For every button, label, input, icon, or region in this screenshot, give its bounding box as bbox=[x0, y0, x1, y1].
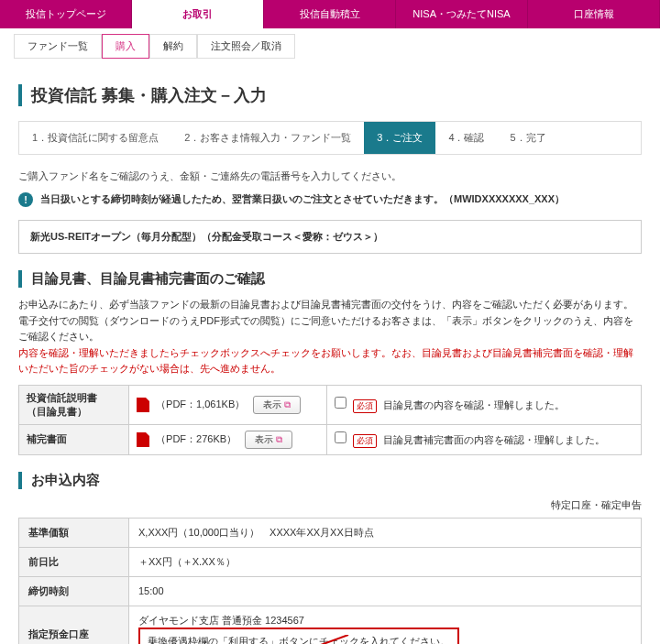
docs-table: 投資信託説明書 （目論見書） （PDF：1,061KB） 表示⧉ 必須 目論見書… bbox=[18, 385, 642, 455]
notice-banner: ! 当日扱いとする締切時刻が経過したため、翌営業日扱いのご注文とさせていただきま… bbox=[18, 192, 642, 207]
required-badge: 必須 bbox=[353, 399, 377, 413]
nav-trade[interactable]: お取引 bbox=[132, 0, 264, 28]
subnav-sell[interactable]: 解約 bbox=[149, 34, 197, 59]
step-1: 1．投資信託に関する留意点 bbox=[19, 122, 171, 154]
top-nav: 投信トップページ お取引 投信自動積立 NISA・つみたてNISA 口座情報 bbox=[0, 0, 660, 28]
step-3: 3．ご注文 bbox=[364, 122, 435, 154]
row-value: 15:00 bbox=[129, 576, 642, 606]
subnav-list[interactable]: ファンド一覧 bbox=[14, 34, 102, 59]
fund-name-box: 新光US-REITオープン（毎月分配型）（分配金受取コース＜愛称：ゼウス＞） bbox=[18, 220, 642, 254]
lead-text: ご購入ファンド名をご確認のうえ、金額・ご連絡先の電話番号を入力してください。 bbox=[18, 169, 642, 183]
pdf-icon bbox=[137, 398, 149, 412]
row-value: ＋XX円（＋X.XX％） bbox=[129, 547, 642, 576]
docs-section-title: 目論見書、目論見書補完書面のご確認 bbox=[18, 270, 642, 288]
nav-auto[interactable]: 投信自動積立 bbox=[264, 0, 396, 28]
row-value: X,XXX円（10,000口当り） XXXX年XX月XX日時点 bbox=[129, 518, 642, 547]
apply-section-title: お申込内容 bbox=[18, 472, 642, 489]
nav-top[interactable]: 投信トップページ bbox=[0, 0, 132, 28]
row-value: ダイヤモンド支店 普通預金 1234567 乗換優遇枠欄の「利用する」ボタンにチ… bbox=[129, 606, 642, 644]
callout-box: 乗換優遇枠欄の「利用する」ボタンにチェックを入れてください。 bbox=[138, 628, 459, 644]
step-indicator: 1．投資信託に関する留意点 2．お客さま情報入力・ファンド一覧 3．ご注文 4．… bbox=[18, 121, 642, 155]
account-type-note: 特定口座・確定申告 bbox=[18, 498, 642, 512]
step-4: 4．確認 bbox=[435, 122, 497, 154]
doc-row-label: 補完書面 bbox=[19, 424, 129, 454]
docs-desc: お申込みにあたり、必ず当該ファンドの最新の目論見書および目論見書補完書面の交付を… bbox=[18, 297, 642, 377]
page-title: 投資信託 募集・購入注文－入力 bbox=[18, 84, 642, 106]
show-button[interactable]: 表示⧉ bbox=[245, 431, 292, 449]
external-icon: ⧉ bbox=[276, 434, 282, 444]
step-2: 2．お客さま情報入力・ファンド一覧 bbox=[171, 122, 364, 154]
confirm-checkbox[interactable] bbox=[335, 431, 346, 443]
nav-account[interactable]: 口座情報 bbox=[528, 0, 660, 28]
row-label: 前日比 bbox=[19, 547, 129, 576]
confirm-checkbox[interactable] bbox=[335, 397, 346, 409]
doc-row-label: 投資信託説明書 （目論見書） bbox=[19, 385, 129, 424]
notice-text: 当日扱いとする締切時刻が経過したため、翌営業日扱いのご注文とさせていただきます。… bbox=[40, 192, 565, 206]
step-5: 5．完了 bbox=[498, 122, 559, 154]
doc-row-confirm: 必須 目論見書補完書面の内容を確認・理解しました。 bbox=[326, 424, 641, 454]
doc-row-file: （PDF：276KB） 表示⧉ bbox=[129, 424, 327, 454]
row-label: 基準価額 bbox=[19, 518, 129, 547]
nav-nisa[interactable]: NISA・つみたてNISA bbox=[396, 0, 528, 28]
row-label: 指定預金口座 bbox=[19, 606, 129, 644]
subnav-orders[interactable]: 注文照会／取消 bbox=[197, 34, 295, 59]
pdf-icon bbox=[137, 432, 149, 447]
sub-nav: ファンド一覧 購入 解約 注文照会／取消 bbox=[0, 28, 660, 64]
show-button[interactable]: 表示⧉ bbox=[253, 396, 301, 414]
apply-table: 基準価額 X,XXX円（10,000口当り） XXXX年XX月XX日時点 前日比… bbox=[18, 518, 642, 644]
required-badge: 必須 bbox=[353, 434, 377, 448]
external-icon: ⧉ bbox=[284, 399, 291, 409]
doc-row-confirm: 必須 目論見書の内容を確認・理解しました。 bbox=[326, 385, 641, 424]
doc-row-file: （PDF：1,061KB） 表示⧉ bbox=[129, 385, 327, 424]
row-label: 締切時刻 bbox=[19, 576, 129, 606]
info-icon: ! bbox=[18, 192, 33, 207]
subnav-buy[interactable]: 購入 bbox=[102, 34, 149, 59]
